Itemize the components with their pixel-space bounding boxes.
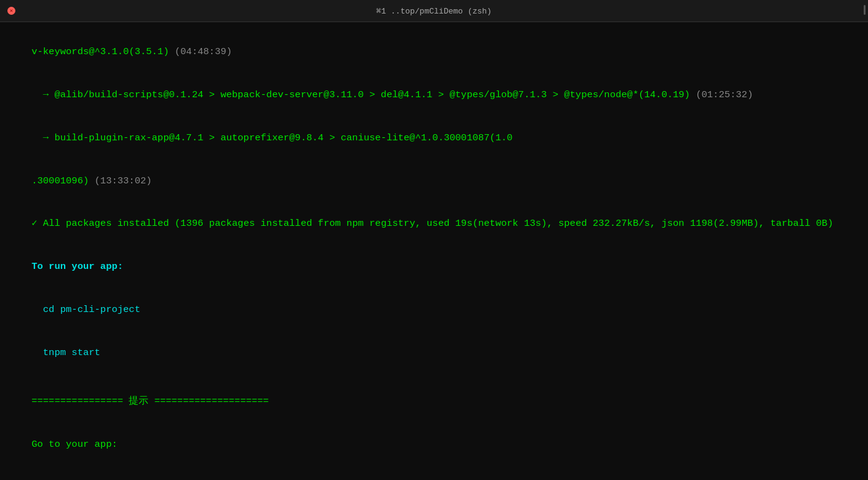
line-text: .30001096)	[31, 175, 94, 186]
terminal-line-8: ================ 提示 ====================	[9, 380, 859, 423]
terminal-line-2: → @alib/build-scripts@0.1.24 > webpack-d…	[9, 74, 859, 117]
timestamp-1: (04:48:39)	[175, 46, 232, 57]
title-text: ⌘1 ..top/pmCliDemo (zsh)	[376, 6, 491, 16]
gap-1	[9, 374, 859, 380]
line-text: → build-plugin-rax-app@4.7.1 > autoprefi…	[31, 132, 512, 143]
line-text: → @alib/build-scripts@0.1.24 > webpack-d…	[31, 89, 696, 100]
path-label: ..top/pmCliDemo (zsh)	[391, 7, 492, 16]
timestamp-2: (01:25:32)	[696, 89, 753, 100]
terminal-line-10: cd pm-cli-project	[9, 466, 859, 481]
run-cd: cd pm-cli-project	[31, 304, 140, 315]
run-tnpm: tnpm start	[31, 347, 100, 358]
terminal-line-3b: .30001096) (13:33:02)	[9, 159, 859, 202]
timestamp-3: (13:33:02)	[95, 175, 152, 186]
terminal-line-3: → build-plugin-rax-app@4.7.1 > autoprefi…	[9, 117, 859, 160]
close-button[interactable]: ✕	[7, 7, 15, 15]
terminal-line-1: v-keywords@^3.1.0(3.5.1) (04:48:39)	[9, 31, 859, 74]
success-text: ✓ All packages installed (1396 packages …	[31, 218, 833, 229]
terminal-area: v-keywords@^3.1.0(3.5.1) (04:48:39) → @a…	[0, 22, 868, 480]
run-header: To run your app:	[31, 261, 123, 272]
scrollbar[interactable]	[864, 5, 866, 15]
line-text: v-keywords@^3.1.0(3.5.1)	[31, 46, 175, 57]
shortcut-label: ⌘1	[376, 7, 386, 16]
terminal-line-5: To run your app:	[9, 246, 859, 289]
terminal-line-7: tnpm start	[9, 331, 859, 374]
goto-text: Go to your app:	[31, 439, 118, 450]
terminal-line-9: Go to your app:	[9, 423, 859, 466]
title-bar: ✕ ⌘1 ..top/pmCliDemo (zsh)	[0, 0, 868, 22]
divider-text: ================ 提示 ====================	[31, 396, 268, 407]
terminal-line-4: ✓ All packages installed (1396 packages …	[9, 202, 859, 246]
terminal-line-6: cd pm-cli-project	[9, 289, 859, 332]
